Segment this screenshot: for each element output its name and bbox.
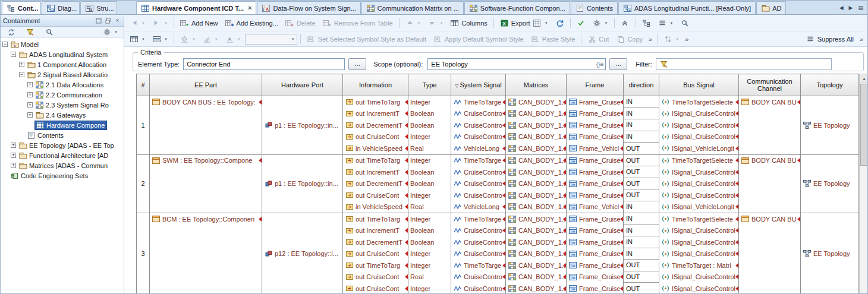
bus-signal-entry[interactable]: TimeToTargetSelecte — [659, 213, 738, 225]
matrices-entry[interactable]: CAN_BODY_1.c — [506, 178, 566, 190]
expand-toggle[interactable]: + — [27, 102, 33, 108]
direction-entry[interactable]: IN — [624, 201, 659, 213]
cell-bus-signal[interactable]: TimeToTargetSelecteISignal_CruiseControl… — [659, 213, 739, 294]
direction-entry[interactable]: IN — [624, 96, 659, 108]
system-signal-entry[interactable]: VehicleLong — [451, 201, 505, 213]
cell-direction[interactable]: ININININOUT — [624, 96, 659, 155]
layout-button[interactable]: ▼ — [661, 34, 682, 44]
doc-tab-contents[interactable]: Contents — [571, 1, 618, 14]
col-header-topology[interactable]: Topology — [801, 74, 859, 96]
validation-button[interactable] — [574, 18, 589, 28]
cell-hardware-port[interactable]: p1 : EE Topology::in... — [262, 154, 343, 213]
move-down-button[interactable]: ▼ — [424, 18, 446, 28]
direction-entry[interactable]: OUT — [624, 283, 659, 293]
type-entry[interactable]: Integer — [408, 189, 451, 201]
cell-frame[interactable]: Frame_CruiseFrame_CruiseFrame_CruiseFram… — [567, 154, 624, 213]
information-entry[interactable]: out IncrementT — [343, 108, 408, 120]
cell-matrices[interactable]: CAN_BODY_1.cCAN_BODY_1.cCAN_BODY_1.cCAN_… — [506, 96, 567, 155]
collapse-toggle[interactable]: − — [11, 52, 16, 57]
doc-tab-communication-matrix-on[interactable]: Communication Matrix on ... — [361, 1, 464, 14]
toolbar-overflow-chevron[interactable]: » — [858, 36, 865, 43]
tree-item-adas-longitudinal-system[interactable]: −ADAS Longitudinal System — [1, 49, 124, 59]
information-entry[interactable]: out IncrementT — [343, 166, 408, 178]
frame-entry[interactable]: Frame_Cruise — [567, 271, 623, 283]
tree-item-code-engineering-sets[interactable]: Code Engineering Sets — [1, 170, 124, 181]
frame-entry[interactable]: Frame_Cruise — [567, 178, 623, 190]
gear-button[interactable]: ▼ — [99, 27, 121, 37]
matrices-entry[interactable]: CAN_BODY_1.c — [506, 155, 566, 167]
direction-entry[interactable]: OUT — [624, 260, 659, 271]
direction-entry[interactable]: IN — [624, 248, 659, 260]
system-signal-entry[interactable]: CruiseContro — [451, 108, 505, 120]
information-entry[interactable]: out CruiseCont — [343, 248, 408, 260]
cell-bus-signal[interactable]: TimeToTargetSelecteISignal_CruiseControl… — [659, 96, 739, 155]
direction-entry[interactable]: OUT — [624, 155, 659, 167]
filter-input[interactable] — [656, 58, 832, 70]
cell-row-number[interactable]: 3 — [137, 213, 150, 294]
bus-signal-entry[interactable]: ISignal_VehicleLongit — [659, 201, 738, 213]
cell-communication-channel[interactable]: BODY CAN BU — [739, 154, 801, 213]
cell-information[interactable]: out TimeToTargout IncrementTout Decremen… — [343, 213, 408, 294]
bus-signal-entry[interactable]: ISignal_CruiseControl — [659, 225, 738, 237]
collapse-toggle[interactable]: − — [2, 42, 8, 47]
direction-entry[interactable]: IN — [624, 225, 659, 237]
toolbar-overflow-chevron[interactable]: » — [647, 36, 654, 43]
information-entry[interactable]: out IncrementT — [343, 225, 408, 237]
suppress-all-button[interactable]: Suppress All — [803, 34, 857, 44]
element-type-browse-button[interactable]: ... — [348, 58, 366, 70]
matrices-entry[interactable]: CAN_BODY_1.c — [506, 248, 566, 260]
bus-signal-entry[interactable]: ISignal_CruiseControl — [659, 178, 738, 190]
system-signal-entry[interactable]: CruiseContro — [451, 178, 505, 190]
matrices-entry[interactable]: CAN_BODY_1.c — [506, 236, 566, 248]
bus-signal-entry[interactable]: ISignal_CruiseControl — [659, 271, 738, 283]
expand-toggle[interactable]: + — [27, 92, 33, 97]
close-icon[interactable]: × — [114, 17, 121, 24]
frame-entry[interactable]: Frame_Cruise — [567, 131, 623, 143]
add-new-button[interactable]: Add New — [177, 18, 221, 28]
cell-direction[interactable]: ININININOUTOUTOUT — [624, 213, 659, 294]
bus-signal-entry[interactable]: ISignal_CruiseControl — [659, 119, 738, 131]
system-signal-entry[interactable]: CruiseContro — [451, 225, 505, 237]
cut-button[interactable]: Cut — [584, 34, 612, 44]
direction-entry[interactable]: IN — [624, 119, 659, 131]
type-entry[interactable]: Boolean — [408, 236, 451, 248]
cell-topology[interactable]: EE Topology — [801, 154, 859, 213]
expand-toggle[interactable]: + — [27, 112, 33, 118]
bus-signal-entry[interactable]: TimeToTargetSelecte — [659, 155, 738, 167]
tree-item-2-3-system-signal-ro[interactable]: +2.3 System Signal Ro — [1, 100, 124, 110]
frame-entry[interactable]: Frame_Cruise — [567, 155, 623, 167]
expand-toggle[interactable]: + — [11, 163, 16, 168]
panel-tab-cont[interactable]: Cont... — [2, 1, 41, 14]
doc-tab-data-flow-on-system-sign[interactable]: AData-Flow on System Sign... — [257, 1, 360, 14]
delete-button[interactable]: Delete — [282, 18, 319, 28]
matrices-entry[interactable]: CAN_BODY_1.c — [506, 108, 566, 120]
remove-from-table-button[interactable]: Remove From Table — [320, 18, 396, 28]
expand-toggle[interactable]: + — [27, 82, 33, 87]
cell-system-signal[interactable]: TimeToTargeCruiseControCruiseControCruis… — [451, 213, 506, 294]
matrices-entry[interactable]: CAN_BODY_1.c — [506, 283, 566, 293]
scroll-up-button[interactable]: ▲ — [860, 74, 867, 83]
bus-signal-entry[interactable]: ISignal_CruiseControl — [659, 236, 738, 248]
col-header-num[interactable]: # — [137, 74, 150, 96]
bus-signal-entry[interactable]: TimeToTargetSelecte — [659, 96, 738, 108]
col-header-matrices[interactable]: Matrices — [506, 74, 567, 96]
close-icon[interactable]: × — [248, 5, 251, 11]
col-header-direction[interactable]: direction — [624, 74, 659, 96]
cell-communication-channel[interactable]: BODY CAN BU — [739, 213, 801, 294]
matrices-entry[interactable]: CAN_BODY_1.c — [506, 119, 566, 131]
frame-entry[interactable]: Frame_Cruise — [567, 283, 623, 293]
information-entry[interactable]: in VehicleSpeed — [343, 143, 408, 154]
type-entry[interactable]: Boolean — [408, 178, 451, 190]
paste-style-button[interactable]: Paste Style — [528, 34, 578, 44]
frame-entry[interactable]: Frame_Cruise — [567, 166, 623, 178]
information-entry[interactable]: out CruiseCont — [343, 283, 408, 293]
cell-type[interactable]: IntegerBooleanBooleanIntegerReal — [408, 96, 451, 155]
add-existing-button[interactable]: Add Existing... — [222, 18, 281, 28]
cell-frame[interactable]: Frame_CruiseFrame_CruiseFrame_CruiseFram… — [567, 96, 624, 155]
vertical-scrollbar[interactable]: ▲ — [859, 74, 867, 293]
row-style-button[interactable]: ▼ — [149, 34, 171, 44]
doc-tab-adas-longitudinal-functi-read-only[interactable]: ADAS Longitudinal Functi... [Read-Only] — [618, 1, 756, 14]
col-header-information[interactable]: Information — [343, 74, 408, 96]
tree-item-2-1-data-allocations[interactable]: +2.1 Data Allocations — [1, 80, 124, 90]
matrices-entry[interactable]: CAN_BODY_1.c — [506, 131, 566, 143]
